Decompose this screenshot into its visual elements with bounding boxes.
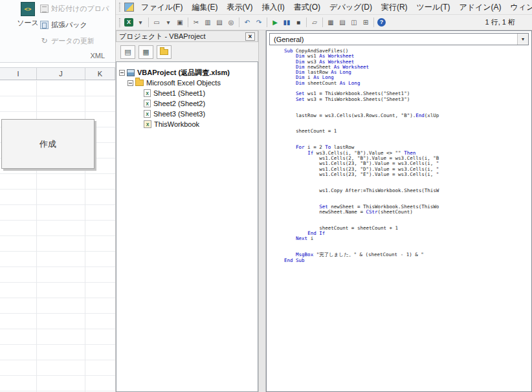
save-icon[interactable]: ▣: [174, 17, 186, 28]
code-line: Dim sheetCount As Long: [284, 81, 531, 86]
toolbar-separator: [148, 17, 149, 27]
project-panel-titlebar: プロジェクト - VBAProject ×: [116, 30, 258, 42]
workbook-icon: [144, 120, 151, 128]
help-icon[interactable]: ?: [377, 18, 386, 27]
vbe-menu-items: ファイル(F)編集(E)表示(V)挿入(I)書式(O)デバッグ(D)実行(R)ツ…: [137, 1, 532, 14]
tree-item-label: Microsoft Excel Objects: [146, 79, 221, 87]
menubar-item-3[interactable]: 挿入(I): [257, 1, 289, 14]
project-explorer-icon[interactable]: ▦: [325, 17, 337, 28]
cut-icon[interactable]: ✂: [190, 17, 202, 28]
code-text[interactable]: Sub CopyAndSaveFiles() Dim ws1 As Worksh…: [267, 47, 531, 391]
tree-expander-icon[interactable]: [119, 70, 125, 76]
menubar-item-1[interactable]: 編集(E): [187, 1, 222, 14]
design-mode-icon[interactable]: ▱: [309, 17, 320, 28]
tree-item[interactable]: Sheet2 (Sheet2): [116, 98, 258, 109]
tree-expander-icon[interactable]: [127, 80, 133, 86]
view-object-button[interactable]: ▦: [139, 45, 153, 59]
menubar-item-8[interactable]: アドイン(A): [454, 1, 505, 14]
excel-ribbon: ソース 対応付けのプロパ 拡張パック データの更新 XML: [0, 0, 115, 63]
source-button[interactable]: ソース: [14, 2, 41, 28]
menubar-item-4[interactable]: 書式(O): [289, 1, 325, 14]
tree-item[interactable]: VBAProject (返品調査.xlsm): [116, 67, 258, 78]
run-icon[interactable]: ▶: [269, 17, 281, 28]
tree-item-label: Sheet2 (Sheet2): [153, 100, 205, 107]
redo-icon[interactable]: ↷: [253, 17, 265, 28]
paste-icon[interactable]: ▤: [214, 17, 225, 28]
toggle-folders-button[interactable]: [157, 45, 172, 59]
find-icon[interactable]: ◎: [225, 17, 237, 28]
chevron-down-icon[interactable]: ▾: [517, 34, 528, 45]
folder-icon: [135, 80, 144, 86]
code-line: newSheet.Name = CStr(sheetCount): [284, 210, 531, 215]
tree-item[interactable]: ThisWorkbook: [116, 119, 258, 129]
toolbar-separator: [322, 17, 323, 27]
toolbar-separator: [373, 17, 374, 27]
copy-icon[interactable]: ▥: [202, 17, 214, 28]
toolbar-separator: [267, 17, 267, 27]
project-tree: VBAProject (返品調査.xlsm)Microsoft Excel Ob…: [116, 61, 258, 392]
reset-icon[interactable]: ■: [293, 17, 304, 28]
object-dropdown[interactable]: (General) ▾: [269, 33, 529, 45]
tree-item-label: ThisWorkbook: [154, 120, 199, 128]
insert-userform-icon[interactable]: ▭: [151, 17, 162, 28]
refresh-data-icon: [40, 37, 49, 45]
refresh-data-button: データの更新: [40, 34, 115, 47]
tree-item[interactable]: Microsoft Excel Objects: [116, 78, 258, 88]
code-line: [284, 118, 531, 124]
code-line: sheetCount = 1: [284, 129, 531, 134]
undo-icon[interactable]: ↶: [241, 17, 253, 28]
view-code-button[interactable]: ▤: [120, 45, 135, 59]
menubar-item-5[interactable]: デバッグ(D): [325, 1, 377, 14]
toolbox-icon[interactable]: ⊞: [360, 17, 371, 28]
view-excel-caret-icon[interactable]: ▾: [135, 17, 146, 28]
code-line: [284, 177, 531, 182]
menubar-item-7[interactable]: ツール(T): [412, 1, 455, 14]
mapping-properties-icon: [40, 5, 49, 13]
mapping-properties-label: 対応付けのプロパ: [51, 4, 109, 14]
view-excel-icon[interactable]: X: [124, 18, 133, 27]
column-header-J[interactable]: J: [37, 68, 85, 80]
properties-window-icon[interactable]: ▤: [337, 17, 348, 28]
folder-icon: [160, 49, 168, 55]
column-header-K[interactable]: K: [85, 68, 115, 80]
sheet-icon: [144, 100, 151, 107]
tree-item[interactable]: Sheet3 (Sheet3): [116, 109, 258, 119]
code-line: End Sub: [284, 258, 531, 263]
break-icon[interactable]: ▮▮: [281, 17, 293, 28]
insert-userform-caret-icon[interactable]: ▾: [162, 17, 174, 28]
sheet-icon: [144, 110, 151, 118]
object-dropdown-value: (General): [270, 36, 304, 43]
menubar-item-9[interactable]: ウィンドウ(W): [506, 1, 532, 14]
expansion-pack-icon: [40, 21, 49, 29]
close-icon[interactable]: ×: [245, 32, 255, 41]
menubar-item-6[interactable]: 実行(R): [377, 1, 412, 14]
code-line: Next i: [284, 236, 531, 241]
toolbar-separator: [188, 17, 188, 27]
tree-item[interactable]: Sheet1 (Sheet1): [116, 88, 258, 98]
ribbon-group-label-xml: XML: [90, 52, 105, 60]
expansion-pack-button[interactable]: 拡張パック: [40, 18, 115, 31]
toolbar-gripper[interactable]: [119, 18, 121, 27]
refresh-data-label: データの更新: [51, 36, 94, 46]
cursor-position-status: 1 行, 1 桁: [485, 17, 515, 27]
tree-item-label: Sheet1 (Sheet1): [153, 89, 205, 97]
code-line: ws1.Copy After:=ThisWorkbook.Sheets(This…: [284, 188, 531, 193]
code-line: [284, 102, 531, 107]
create-macro-button[interactable]: 作成: [1, 119, 94, 169]
vba-editor-window: ファイル(F)編集(E)表示(V)挿入(I)書式(O)デバッグ(D)実行(R)ツ…: [115, 0, 532, 392]
project-panel-scrollbar[interactable]: [258, 30, 266, 392]
vbe-window-icon: [124, 3, 134, 12]
project-panel-title: プロジェクト - VBAProject: [119, 32, 206, 41]
menubar-item-0[interactable]: ファイル(F): [137, 1, 187, 14]
toolbar-separator: [239, 17, 239, 27]
menubar-gripper[interactable]: [119, 3, 121, 12]
mapping-properties-button: 対応付けのプロパ: [40, 2, 115, 15]
vbe-toolbar-icons: X▾▭▾▣✂▥▤◎↶↷▶▮▮■▱▦▤◫⊞?: [123, 17, 387, 28]
code-line: ws1.Cells(23, "E").Value = ws3.Cells(i, …: [284, 172, 531, 177]
xml-source-icon: [21, 2, 35, 16]
code-line: Set ws3 = ThisWorkbook.Sheets("Sheet3"): [284, 97, 531, 102]
column-header-I[interactable]: I: [0, 68, 37, 80]
vbe-menubar: ファイル(F)編集(E)表示(V)挿入(I)書式(O)デバッグ(D)実行(R)ツ…: [116, 0, 532, 15]
menubar-item-2[interactable]: 表示(V): [222, 1, 257, 14]
object-browser-icon[interactable]: ◫: [348, 17, 360, 28]
